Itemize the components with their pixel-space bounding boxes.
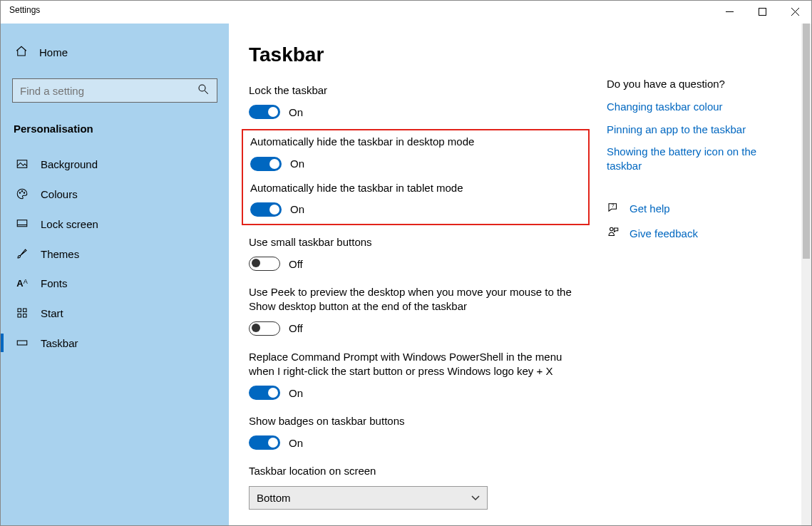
svg-rect-10 [17,220,27,227]
font-icon: AA [15,278,29,289]
sidebar-item-themes[interactable]: Themes [1,239,229,269]
setting-label: Automatically hide the taskbar in deskto… [250,135,581,149]
maximize-button[interactable] [746,1,778,22]
sidebar-item-label: Start [41,307,63,319]
scrollbar-thumb[interactable] [803,24,810,259]
window-title: Settings [1,1,48,19]
setting-label: Automatically hide the taskbar in tablet… [250,181,581,195]
brush-icon [15,247,29,260]
svg-rect-12 [18,309,21,312]
svg-rect-1 [759,8,766,15]
svg-line-5 [205,91,208,94]
help-icon: ? [607,201,620,216]
close-button[interactable] [778,1,811,22]
help-link[interactable]: Pinning an app to the taskbar [607,123,785,137]
toggle-state: On [289,106,303,118]
search-field[interactable] [20,85,197,97]
sidebar-item-background[interactable]: Background [1,149,229,179]
sidebar-item-label: Background [41,158,98,170]
sidebar: Home Personalisation Background Colours … [1,24,229,525]
setting-label: Replace Command Prompt with Windows Powe… [249,350,582,379]
search-input[interactable] [12,78,217,103]
sidebar-item-taskbar[interactable]: Taskbar [1,328,229,358]
setting-label: Show badges on taskbar buttons [249,414,582,428]
svg-rect-15 [24,314,27,318]
toggle-state: Off [289,258,303,270]
home-icon [15,45,28,60]
highlight-annotation: Automatically hide the taskbar in deskto… [242,129,590,225]
setting-label: Use small taskbar buttons [249,235,582,249]
toggle-badges[interactable] [249,435,280,450]
toggle-state: Off [289,322,303,334]
monitor-icon [15,217,29,230]
svg-point-9 [24,192,25,194]
grid-icon [15,306,29,319]
sidebar-item-label: Colours [41,188,78,200]
give-feedback-link[interactable]: Give feedback [629,227,698,241]
sidebar-item-lock-screen[interactable]: Lock screen [1,209,229,239]
svg-point-8 [21,191,23,192]
palette-icon [15,187,29,200]
feedback-icon [607,226,620,241]
setting-label: Combine taskbar buttons [249,524,582,526]
help-link[interactable]: Showing the battery icon on the taskbar [607,145,785,172]
svg-rect-16 [17,341,27,345]
dropdown-value: Bottom [257,492,291,504]
home-button[interactable]: Home [1,38,229,67]
side-panel: Do you have a question? Changing taskbar… [600,24,799,525]
toggle-state: On [290,158,304,170]
svg-point-18 [610,227,614,231]
image-icon [15,158,29,170]
sidebar-item-label: Lock screen [41,218,98,230]
toggle-hide-tablet[interactable] [250,202,282,217]
setting-label: Use Peek to preview the desktop when you… [249,285,582,314]
help-link[interactable]: Changing taskbar colour [607,100,785,114]
svg-point-4 [199,85,205,91]
help-question: Do you have a question? [607,78,785,90]
dropdown-taskbar-location[interactable]: Bottom [249,486,488,510]
toggle-state: On [289,437,303,449]
sidebar-item-start[interactable]: Start [1,298,229,328]
taskbar-icon [15,336,29,349]
chevron-down-icon [471,493,480,503]
svg-rect-14 [18,314,21,318]
toggle-lock-taskbar[interactable] [249,105,280,119]
scrollbar[interactable] [801,24,811,525]
toggle-state: On [290,203,304,215]
search-icon [197,83,210,98]
svg-rect-6 [17,160,27,168]
sidebar-item-colours[interactable]: Colours [1,179,229,209]
toggle-hide-desktop[interactable] [250,157,282,171]
page-title: Taskbar [249,43,582,66]
sidebar-item-label: Taskbar [41,337,78,349]
section-title: Personalisation [1,117,229,149]
svg-rect-13 [24,309,27,312]
sidebar-item-fonts[interactable]: AA Fonts [1,269,229,298]
setting-label: Taskbar location on screen [249,464,582,478]
minimize-button[interactable] [713,1,746,22]
sidebar-item-label: Themes [41,248,79,260]
sidebar-item-label: Fonts [41,277,68,289]
toggle-state: On [289,387,303,399]
toggle-peek[interactable] [249,321,280,336]
toggle-powershell[interactable] [249,386,280,400]
toggle-small-buttons[interactable] [249,257,280,271]
main-content: Taskbar Lock the taskbar On Automaticall… [229,24,600,525]
get-help-link[interactable]: Get help [629,202,670,216]
setting-label: Lock the taskbar [249,83,582,98]
svg-text:?: ? [612,203,615,208]
home-label: Home [39,46,68,58]
svg-point-7 [19,192,21,194]
